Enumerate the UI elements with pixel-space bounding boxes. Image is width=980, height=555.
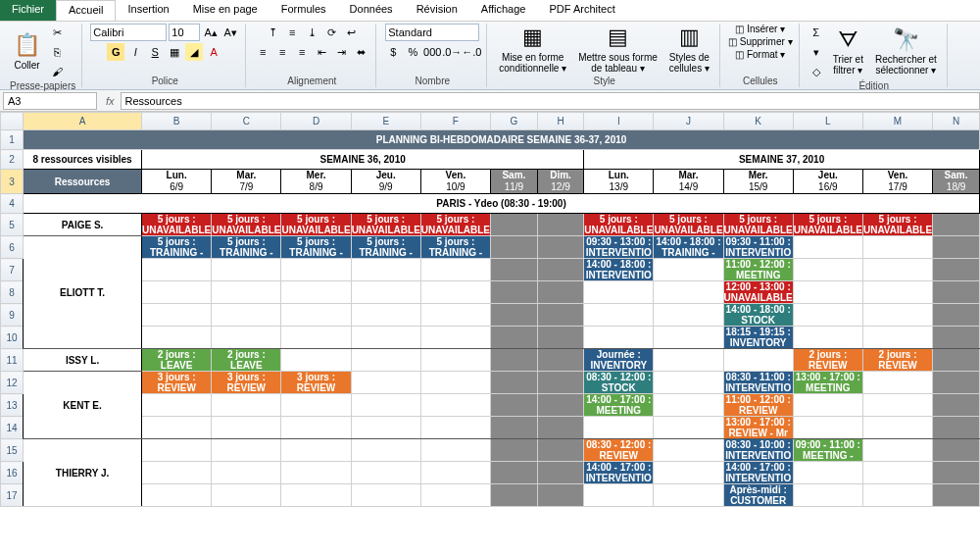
col-header[interactable]: G xyxy=(491,113,538,130)
row-header[interactable]: 17 xyxy=(1,484,24,507)
bold-button[interactable]: G xyxy=(107,43,124,61)
sort-filter-button[interactable]: ᗊTrier et filtrer ▾ xyxy=(829,26,867,77)
font-color-button[interactable]: A xyxy=(205,43,222,61)
formula-input[interactable] xyxy=(121,92,980,110)
event-cell[interactable]: 5 jours : UNAVAILABLE xyxy=(654,214,723,236)
col-header[interactable]: B xyxy=(142,113,212,130)
row-header[interactable]: 6 xyxy=(1,236,24,259)
tab-pdf[interactable]: PDF Architect xyxy=(537,0,626,21)
dec-decimal-button[interactable]: ←.0 xyxy=(463,43,480,61)
cut-button[interactable]: ✂ xyxy=(48,24,66,41)
row-header[interactable]: 14 xyxy=(1,417,24,439)
event-cell[interactable]: 2 jours : LEAVE xyxy=(212,349,281,372)
tab-view[interactable]: Affichage xyxy=(469,0,538,21)
event-cell[interactable]: 18:15 - 19:15 : INVENTORY xyxy=(723,327,793,349)
increase-font-button[interactable]: A▴ xyxy=(202,24,220,41)
select-all-corner[interactable] xyxy=(1,113,24,130)
event-cell[interactable]: Après-midi : CUSTOMER xyxy=(723,484,793,507)
col-header[interactable]: E xyxy=(351,113,420,130)
wrap-text-button[interactable]: ↩ xyxy=(342,24,360,41)
event-cell[interactable]: 5 jours : UNAVAILABLE xyxy=(351,214,420,236)
event-cell[interactable]: 5 jours : UNAVAILABLE xyxy=(584,214,654,236)
align-bottom-button[interactable]: ⤓ xyxy=(303,24,320,41)
event-cell[interactable]: 13:00 - 17:00 : MEETING xyxy=(793,372,862,394)
event-cell[interactable]: 3 jours : REVIEW xyxy=(281,372,351,394)
tab-layout[interactable]: Mise en page xyxy=(181,0,270,21)
row-header[interactable]: 4 xyxy=(1,194,24,214)
event-cell[interactable]: Journée : INVENTORY xyxy=(584,349,654,372)
spreadsheet-grid[interactable]: A B C D E F G H I J K L M N 1 PLANNING B… xyxy=(0,112,980,553)
event-cell[interactable]: 2 jours : REVIEW xyxy=(793,349,862,372)
row-header[interactable]: 1 xyxy=(1,130,24,150)
col-header[interactable]: J xyxy=(654,113,723,130)
tab-file[interactable]: Fichier xyxy=(0,0,56,21)
col-header[interactable]: M xyxy=(862,113,932,130)
event-cell[interactable]: 5 jours : UNAVAILABLE xyxy=(862,214,932,236)
currency-button[interactable]: $ xyxy=(384,43,402,61)
row-header[interactable]: 8 xyxy=(1,281,24,304)
event-cell[interactable]: 08:30 - 11:00 : INTERVENTIO xyxy=(723,372,793,394)
row-header[interactable]: 3 xyxy=(1,170,24,194)
event-cell[interactable]: 5 jours : TRAINING - xyxy=(142,236,212,259)
align-right-button[interactable]: ≡ xyxy=(293,43,311,61)
row-header[interactable]: 10 xyxy=(1,327,24,349)
percent-button[interactable]: % xyxy=(404,43,421,61)
format-cells-button[interactable]: ◫ Format ▾ xyxy=(735,49,785,60)
event-cell[interactable]: 5 jours : TRAINING - xyxy=(420,236,490,259)
row-header[interactable]: 11 xyxy=(1,349,24,372)
event-cell[interactable]: 08:30 - 12:00 : REVIEW xyxy=(584,439,654,462)
event-cell[interactable]: 09:00 - 11:00 : MEETING - xyxy=(793,439,862,462)
name-box[interactable] xyxy=(3,92,97,110)
event-cell[interactable]: 14:00 - 17:00 : INTERVENTIO xyxy=(584,462,654,484)
event-cell[interactable]: 3 jours : REVIEW xyxy=(142,372,212,394)
row-header[interactable]: 7 xyxy=(1,259,24,281)
event-cell[interactable]: 3 jours : REVIEW xyxy=(212,372,281,394)
event-cell[interactable]: 2 jours : LEAVE xyxy=(142,349,212,372)
event-cell[interactable]: 14:00 - 17:00 : MEETING xyxy=(584,394,654,417)
format-table-button[interactable]: ▤Mettre sous forme de tableau ▾ xyxy=(574,24,662,75)
event-cell[interactable]: 5 jours : UNAVAILABLE xyxy=(281,214,351,236)
autosum-button[interactable]: Σ xyxy=(808,24,825,41)
row-header[interactable]: 15 xyxy=(1,439,24,462)
row-header[interactable]: 16 xyxy=(1,462,24,484)
event-cell[interactable]: 08:30 - 10:00 : INTERVENTIO xyxy=(723,439,793,462)
format-painter-button[interactable]: 🖌 xyxy=(48,63,66,80)
font-name-combo[interactable] xyxy=(90,24,167,41)
indent-inc-button[interactable]: ⇥ xyxy=(332,43,350,61)
col-header[interactable]: C xyxy=(212,113,281,130)
col-header[interactable]: H xyxy=(537,113,583,130)
col-header[interactable]: D xyxy=(281,113,351,130)
conditional-format-button[interactable]: ▦Mise en forme conditionnelle ▾ xyxy=(495,24,570,75)
event-cell[interactable]: 14:00 - 18:00 : STOCK xyxy=(723,304,793,327)
col-header[interactable]: N xyxy=(933,113,980,130)
orientation-button[interactable]: ⟳ xyxy=(322,24,340,41)
row-header[interactable]: 12 xyxy=(1,372,24,394)
event-cell[interactable]: 08:30 - 12:00 : STOCK xyxy=(584,372,654,394)
tab-data[interactable]: Données xyxy=(338,0,405,21)
event-cell[interactable]: 5 jours : TRAINING - xyxy=(281,236,351,259)
event-cell[interactable]: 5 jours : UNAVAILABLE xyxy=(212,214,281,236)
font-size-combo[interactable] xyxy=(169,24,200,41)
event-cell[interactable]: 14:00 - 17:00 : INTERVENTIO xyxy=(723,462,793,484)
event-cell[interactable]: 09:30 - 13:00 : INTERVENTIO xyxy=(584,236,654,259)
row-header[interactable]: 9 xyxy=(1,304,24,327)
event-cell[interactable]: 5 jours : TRAINING - xyxy=(212,236,281,259)
event-cell[interactable]: 5 jours : UNAVAILABLE xyxy=(723,214,793,236)
align-middle-button[interactable]: ≡ xyxy=(283,24,301,41)
comma-button[interactable]: 000 xyxy=(423,43,441,61)
col-header[interactable]: F xyxy=(420,113,490,130)
event-cell[interactable]: 09:30 - 11:00 : INTERVENTIO xyxy=(723,236,793,259)
event-cell[interactable]: 13:00 - 17:00 : REVIEW - Mr xyxy=(723,417,793,439)
insert-cells-button[interactable]: ◫ Insérer ▾ xyxy=(735,24,785,34)
fx-icon[interactable]: fx xyxy=(100,95,121,107)
clear-button[interactable]: ◇ xyxy=(808,63,825,80)
col-header[interactable]: A xyxy=(24,113,142,130)
align-left-button[interactable]: ≡ xyxy=(254,43,271,61)
paste-button[interactable]: 📋Coller xyxy=(10,31,44,72)
align-top-button[interactable]: ⤒ xyxy=(264,24,281,41)
event-cell[interactable]: 12:00 - 13:00 : UNAVAILABLE xyxy=(723,281,793,304)
fill-button[interactable]: ▾ xyxy=(808,43,825,61)
tab-formulas[interactable]: Formules xyxy=(270,0,338,21)
col-header[interactable]: I xyxy=(584,113,654,130)
underline-button[interactable]: S xyxy=(146,43,164,61)
